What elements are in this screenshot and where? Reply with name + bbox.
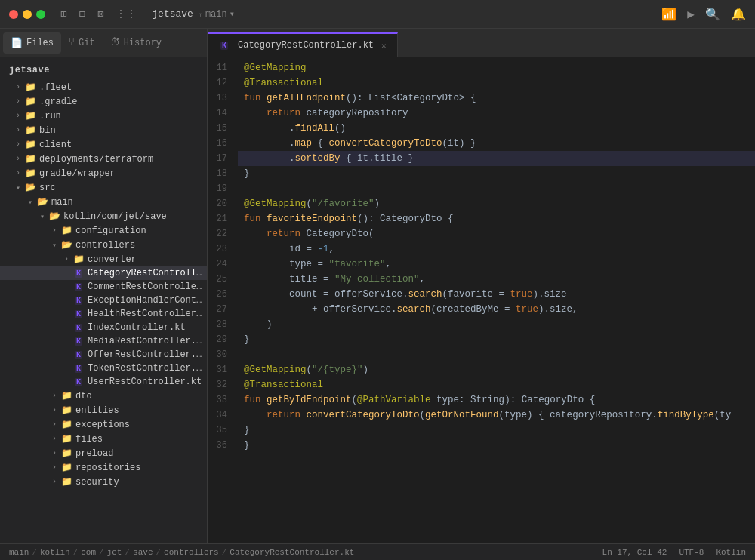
code-line: @GetMapping: [238, 60, 755, 75]
tree-item-gradle-wrapper[interactable]: › 📁 gradle/wrapper: [0, 166, 207, 180]
kotlin-file-icon: K: [72, 322, 85, 333]
maximize-button[interactable]: [36, 10, 45, 19]
tab-files[interactable]: 📄 Files: [3, 32, 61, 54]
tab-git-label: Git: [79, 38, 95, 48]
tree-item-converter[interactable]: › 📁 converter: [0, 252, 207, 266]
folder-icon: 📁: [60, 225, 72, 236]
tree-item-gradle[interactable]: › 📁 .gradle: [0, 94, 207, 109]
code-line: @Transactional: [238, 377, 755, 392]
project-root-label[interactable]: jetsave: [0, 60, 207, 80]
code-line: [238, 347, 755, 362]
kotlin-file-icon: K: [72, 295, 85, 306]
traffic-lights: [9, 10, 45, 19]
tree-item-comment-controller[interactable]: K CommentRestController.kt: [0, 280, 207, 294]
editor-tabs: K CategoryRestController.kt ✕: [208, 29, 755, 57]
tree-item-src[interactable]: ▾ 📂 src: [0, 180, 207, 195]
folder-icon: 📁: [24, 82, 36, 93]
tree-item-bin[interactable]: › 📁 bin: [0, 123, 207, 137]
cursor-position: Ln 17, Col 42: [602, 548, 667, 557]
run-icon[interactable]: ▶: [687, 7, 695, 22]
tab-git[interactable]: ⑂ Git: [61, 32, 103, 53]
folder-icon: 📁: [24, 110, 36, 122]
grid-icon[interactable]: ⋮⋮: [112, 6, 140, 22]
expand-arrow: ▾: [24, 198, 36, 207]
folder-icon: 📁: [60, 419, 72, 430]
tree-item-token-controller[interactable]: K TokenRestController.kt: [0, 362, 207, 375]
tree-item-exception-handler[interactable]: K ExceptionHandlerControlle...: [0, 294, 207, 307]
folder-icon: 📁: [24, 96, 36, 107]
tree-item-entities[interactable]: › 📁 entities: [0, 403, 207, 417]
code-line: ): [238, 317, 755, 332]
breadcrumb-kotlin: kotlin: [40, 548, 70, 557]
tree-item-exceptions[interactable]: › 📁 exceptions: [0, 417, 207, 432]
kotlin-file-icon: K: [72, 309, 85, 319]
notification-icon[interactable]: 🔔: [731, 7, 746, 22]
tree-item-main[interactable]: ▾ 📂 main: [0, 195, 207, 209]
minimize-button[interactable]: [23, 10, 32, 19]
line-numbers: 11 12 13 14 15 16 17 18 19 20 21 22 23 2…: [208, 57, 238, 543]
tree-item-security[interactable]: › 📁 security: [0, 475, 207, 489]
tree-item-kotlin-path[interactable]: ▾ 📂 kotlin/com/jet/save: [0, 209, 207, 223]
close-button[interactable]: [9, 10, 18, 19]
tree-item-repositories[interactable]: › 📁 repositories: [0, 460, 207, 475]
tab-close-button[interactable]: ✕: [381, 41, 387, 51]
tree-item-index-controller[interactable]: K IndexController.kt: [0, 321, 207, 334]
tree-item-category-controller[interactable]: K CategoryRestController.kt: [0, 266, 207, 280]
tree-item-files[interactable]: › 📁 files: [0, 432, 207, 446]
sidebar: 📄 Files ⑂ Git ⏱ History jetsave › 📁 .fle…: [0, 29, 208, 543]
kotlin-tab-icon: K: [218, 40, 230, 51]
tree-item-media-controller[interactable]: K MediaRestController.kt: [0, 334, 207, 348]
folder-open-icon: 📂: [24, 182, 36, 193]
editor-tab-category[interactable]: K CategoryRestController.kt ✕: [208, 32, 398, 57]
tree-item-preload[interactable]: › 📁 preload: [0, 446, 207, 460]
code-line: .findAll(): [238, 121, 755, 136]
kotlin-file-icon: K: [72, 336, 85, 346]
tree-item-deployments[interactable]: › 📁 deployments/terraform: [0, 152, 207, 166]
expand-arrow: ▾: [12, 183, 24, 192]
tree-item-user-controller[interactable]: K UserRestController.kt: [0, 375, 207, 389]
tree-item-controllers[interactable]: ▾ 📂 controllers: [0, 238, 207, 252]
statusbar-right: Ln 17, Col 42 UTF-8 Kotlin: [602, 548, 746, 557]
folder-icon: 📁: [60, 405, 72, 416]
folder-open-icon: 📂: [48, 211, 60, 222]
expand-arrow: ›: [12, 155, 24, 163]
tree-item-run[interactable]: › 📁 .run: [0, 109, 207, 123]
folder-icon: 📁: [60, 462, 72, 473]
tree-item-offer-controller[interactable]: K OfferRestController.kt: [0, 348, 207, 362]
code-editor[interactable]: 11 12 13 14 15 16 17 18 19 20 21 22 23 2…: [208, 57, 755, 543]
expand-arrow: ›: [12, 112, 24, 120]
expand-arrow: ▾: [36, 212, 48, 221]
kotlin-file-icon: K: [72, 377, 85, 387]
wifi-icon[interactable]: 📶: [661, 7, 676, 22]
titlebar: ⊞ ⊟ ⊠ ⋮⋮ jetsave ⑂ main ▾ 📶 ▶ 🔍 🔔: [0, 0, 755, 29]
code-line: [238, 181, 755, 196]
breadcrumb-com: com: [81, 548, 96, 557]
tree-item-configuration[interactable]: › 📁 configuration: [0, 223, 207, 238]
layout-toggle-icon[interactable]: ⊠: [94, 6, 106, 22]
branch-icon: ⑂: [198, 9, 203, 20]
expand-arrow: ›: [12, 140, 24, 149]
tab-history[interactable]: ⏱ History: [103, 32, 169, 53]
folder-icon: 📁: [24, 139, 36, 150]
panel-toggle-icon[interactable]: ⊟: [76, 6, 88, 22]
search-icon[interactable]: 🔍: [705, 7, 720, 22]
tree-item-fleet[interactable]: › 📁 .fleet: [0, 80, 207, 94]
tab-files-label: Files: [26, 38, 54, 48]
tree-item-health-controller[interactable]: K HealthRestController.kt: [0, 307, 207, 321]
sidebar-toggle-icon[interactable]: ⊞: [57, 6, 69, 22]
code-line: return categoryRepository: [238, 106, 755, 121]
tab-history-label: History: [124, 38, 162, 48]
statusbar: main / kotlin / com / jet / save / contr…: [0, 543, 755, 560]
tree-item-dto[interactable]: › 📁 dto: [0, 389, 207, 403]
tree-item-client[interactable]: › 📁 client: [0, 137, 207, 152]
breadcrumb-save: save: [133, 548, 153, 557]
branch-info[interactable]: ⑂ main ▾: [198, 8, 235, 20]
code-content[interactable]: @GetMapping @Transactional fun getAllEnd…: [238, 57, 755, 543]
expand-arrow: ›: [48, 226, 60, 235]
sidebar-tabs: 📄 Files ⑂ Git ⏱ History: [0, 29, 207, 57]
history-icon: ⏱: [110, 37, 120, 48]
code-line: return CategoryDto(: [238, 226, 755, 242]
main-container: 📄 Files ⑂ Git ⏱ History jetsave › 📁 .fle…: [0, 29, 755, 543]
expand-arrow: ›: [12, 83, 24, 91]
code-line: .map { convertCategoryToDto(it) }: [238, 136, 755, 151]
